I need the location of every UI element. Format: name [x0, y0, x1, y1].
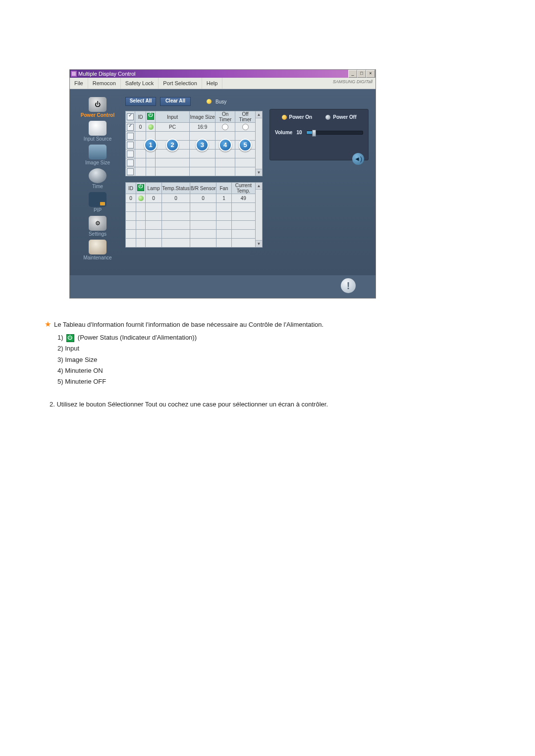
row-checkbox[interactable]: [127, 159, 134, 166]
scroll-up-icon[interactable]: ▲: [256, 111, 262, 118]
scrollbar[interactable]: ▲ ▼: [256, 111, 263, 176]
power-control-icon: ⏻: [89, 97, 107, 112]
col-fan: Fan: [216, 183, 232, 194]
star-icon: ★: [45, 320, 51, 328]
status-bar: !: [70, 275, 375, 298]
table-row[interactable]: [126, 132, 256, 141]
table-row[interactable]: 0 0 0 0 1 49: [126, 194, 256, 203]
volume-slider[interactable]: [306, 131, 363, 135]
sidebar-item-settings[interactable]: ⚙ Settings: [77, 216, 118, 239]
col-image-size: Image Size: [190, 111, 215, 123]
row-checkbox[interactable]: [127, 133, 134, 140]
power-status-icon: [148, 124, 154, 130]
col-off-timer: Off Timer: [235, 111, 255, 123]
select-all-button[interactable]: Select All: [125, 97, 156, 106]
sidebar: ⏻ Power Control Input Source Image Size …: [77, 97, 118, 268]
power-status-chip-icon: [66, 334, 74, 342]
table-row[interactable]: [126, 203, 256, 212]
menu-remocon[interactable]: Remocon: [88, 78, 121, 89]
table-row[interactable]: [126, 212, 256, 221]
svg-rect-1: [72, 72, 76, 76]
menu-safety-lock[interactable]: Safety Lock: [121, 78, 159, 89]
legend-item-5: 5) Minuterie OFF: [57, 377, 490, 387]
table-row[interactable]: [126, 239, 256, 248]
scroll-up-icon[interactable]: ▲: [256, 183, 262, 190]
sidebar-item-maintenance[interactable]: Maintenance: [77, 240, 118, 263]
sidebar-item-power-control[interactable]: ⏻ Power Control: [77, 97, 118, 120]
col-br-sensor: B/R Sensor: [190, 183, 216, 194]
status-table: ID Lamp Temp.Status B/R Sensor Fan Curre…: [125, 182, 263, 248]
row-checkbox[interactable]: [127, 168, 134, 175]
callout-2: 2: [166, 139, 179, 151]
maintenance-icon: [89, 240, 107, 254]
titlebar: Multiple Display Control _ □ ×: [70, 70, 375, 78]
legend-item-4: 4) Minuterie ON: [57, 366, 490, 376]
info-icon[interactable]: !: [341, 278, 356, 293]
note-2: 2. Utilisez le bouton Sélectionner Tout …: [50, 400, 490, 409]
sidebar-item-image-size[interactable]: Image Size: [77, 145, 118, 168]
app-window: Multiple Display Control _ □ × File Remo…: [69, 69, 376, 299]
sidebar-item-input-source[interactable]: Input Source: [77, 121, 118, 144]
menu-port-selection[interactable]: Port Selection: [159, 78, 202, 89]
table-row[interactable]: [126, 167, 256, 176]
off-timer-icon: [242, 124, 249, 130]
col-id: ID: [135, 111, 146, 123]
app-icon: [71, 71, 77, 77]
power-off-button[interactable]: Power Off: [325, 114, 356, 120]
speaker-icon[interactable]: ◄): [352, 153, 364, 165]
settings-icon: ⚙: [89, 216, 107, 231]
scrollbar[interactable]: ▲ ▼: [256, 182, 263, 248]
callout-5: 5: [239, 139, 252, 151]
power-on-icon: [282, 115, 287, 120]
power-header-icon: [147, 113, 154, 120]
legend-item-1: 1) (Power Status (Indicateur d'Alimentat…: [57, 333, 490, 343]
busy-indicator-icon: [207, 99, 212, 104]
col-lamp: Lamp: [146, 183, 162, 194]
menu-file[interactable]: File: [70, 78, 88, 89]
row-checkbox[interactable]: [127, 151, 134, 157]
menu-help[interactable]: Help: [202, 78, 223, 89]
menubar: File Remocon Safety Lock Port Selection …: [70, 78, 375, 89]
legend-item-3: 3) Image Size: [57, 355, 490, 365]
intro-text: Le Tableau d'Information fournit l'infor…: [54, 321, 323, 328]
close-button[interactable]: ×: [366, 70, 375, 78]
on-timer-icon: [222, 124, 228, 130]
power-status-icon: [138, 196, 144, 201]
pip-icon: [89, 192, 107, 207]
col-current-temp: Current Temp.: [232, 183, 256, 194]
legend-item-2: 2) Input: [57, 344, 490, 353]
minimize-button[interactable]: _: [348, 70, 357, 78]
sidebar-item-pip[interactable]: PIP: [77, 192, 118, 215]
table-row[interactable]: 1 2 3 4 5: [126, 141, 256, 150]
input-source-icon: [89, 121, 107, 136]
row-checkbox[interactable]: [127, 124, 134, 131]
power-header-icon: [137, 184, 144, 191]
image-size-icon: [89, 145, 107, 159]
scroll-down-icon[interactable]: ▼: [256, 169, 262, 176]
row-checkbox[interactable]: [127, 142, 134, 149]
power-on-button[interactable]: Power On: [282, 114, 313, 120]
col-id: ID: [126, 183, 136, 194]
scroll-down-icon[interactable]: ▼: [256, 240, 262, 247]
table-row[interactable]: 0 PC 16:9: [126, 123, 256, 132]
table-row[interactable]: [126, 221, 256, 230]
maximize-button[interactable]: □: [357, 70, 366, 78]
power-off-icon: [325, 115, 330, 120]
table-row[interactable]: [126, 150, 256, 158]
brand-label: SAMSUNG DIGITall: [333, 79, 373, 84]
header-checkbox[interactable]: [127, 113, 134, 120]
time-icon: [89, 168, 107, 183]
table-row[interactable]: [126, 230, 256, 239]
clear-all-button[interactable]: Clear All: [160, 97, 191, 106]
volume-label: Volume: [275, 130, 292, 135]
window-title: Multiple Display Control: [78, 71, 136, 77]
volume-value: 10: [296, 130, 302, 135]
table-row[interactable]: [126, 158, 256, 167]
col-input: Input: [156, 111, 190, 123]
article-body: ★Le Tableau d'Information fournit l'info…: [0, 299, 535, 409]
col-temp-status: Temp.Status: [162, 183, 190, 194]
callout-3: 3: [196, 139, 209, 151]
display-info-table: ID Input Image Size On Timer Off Timer 0: [125, 111, 263, 176]
callout-4: 4: [219, 139, 232, 151]
sidebar-item-time[interactable]: Time: [77, 168, 118, 192]
